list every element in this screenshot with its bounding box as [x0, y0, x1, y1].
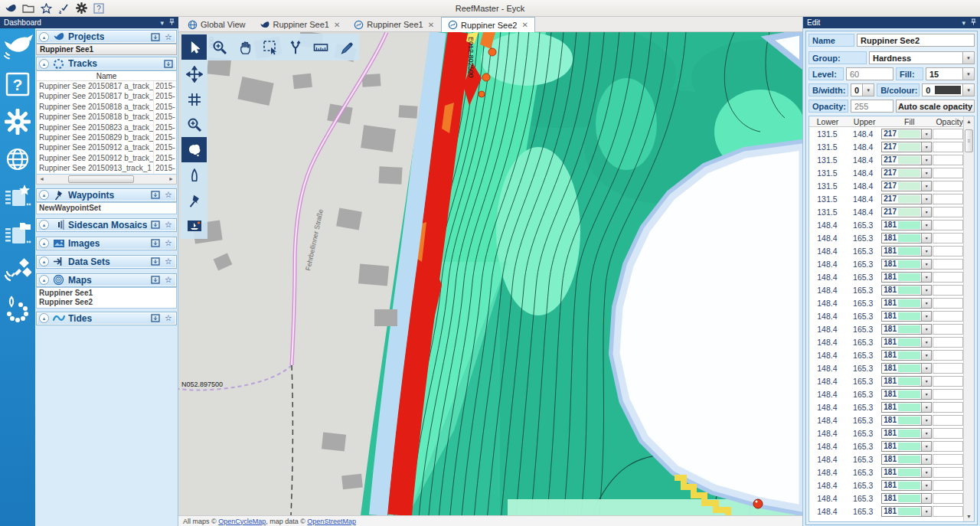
chevron-down-icon[interactable]: ▼ [921, 325, 931, 334]
chevron-down-icon[interactable]: ▼ [921, 207, 931, 217]
section-tracks[interactable]: ▴ Tracks [36, 57, 177, 70]
fill-colour-select[interactable]: 181▼ [881, 480, 932, 491]
level-field[interactable]: 60 [846, 67, 893, 80]
fill-table-vscrollbar[interactable]: ▲ ≡ ▼ [963, 116, 974, 521]
fill-colour-select[interactable]: 181▼ [881, 350, 932, 361]
tides-add-icon[interactable] [150, 313, 161, 323]
opacity-field[interactable] [933, 493, 963, 504]
dashboard-pin-icon[interactable] [169, 18, 175, 27]
tides-favorite-icon[interactable]: ☆ [163, 313, 174, 323]
waypoint-tool-map[interactable] [181, 188, 207, 213]
track-row[interactable]: Ruppiner See 20150829 b_track_12015- [37, 132, 176, 142]
track-row[interactable]: Ruppiner See 20150817 a_track_12015- [37, 81, 176, 91]
chevron-down-icon[interactable]: ▼ [921, 403, 931, 412]
fill-colour-select[interactable]: 181▼ [881, 285, 932, 296]
scroll-left-icon[interactable]: ◄ [37, 176, 47, 181]
opencyclemap-link[interactable]: OpenCycleMap [218, 518, 266, 525]
opacity-field[interactable] [933, 233, 963, 243]
tracks-name-header[interactable]: Name [37, 71, 176, 81]
chevron-down-icon[interactable]: ▼ [921, 494, 931, 503]
opacity-field[interactable] [933, 454, 963, 465]
fill-colour-select[interactable]: 217▼ [881, 155, 932, 165]
group-select[interactable]: Hardness▼ [869, 51, 975, 64]
collapse-icon[interactable]: ▴ [39, 190, 49, 200]
chevron-down-icon[interactable]: ▼ [921, 168, 931, 178]
open-folder-icon[interactable] [21, 2, 35, 15]
select-tool[interactable] [181, 34, 207, 60]
dashboard-collapse-icon[interactable]: ▾ [160, 19, 164, 27]
opacity-field[interactable] [933, 285, 963, 296]
chevron-down-icon[interactable]: ▼ [921, 468, 931, 477]
sidescan-add-icon[interactable] [150, 220, 161, 230]
collapse-icon[interactable]: ▴ [39, 275, 49, 285]
opacity-field[interactable] [933, 259, 963, 270]
opacity-field[interactable] [933, 337, 963, 348]
fill-colour-select[interactable]: 217▼ [881, 168, 932, 178]
opacity-field[interactable] [933, 350, 963, 361]
projects-add-icon[interactable] [150, 32, 161, 42]
move-tool[interactable] [181, 61, 207, 87]
map-item[interactable]: Ruppiner See1 [39, 289, 174, 298]
chevron-down-icon[interactable]: ▼ [921, 247, 931, 256]
opacity-field[interactable] [933, 480, 963, 491]
fill-colour-select[interactable]: 181▼ [881, 337, 932, 348]
fill-colour-select[interactable]: 181▼ [881, 233, 932, 243]
marquee-select-tool[interactable] [257, 34, 283, 60]
chevron-down-icon[interactable]: ▼ [921, 455, 931, 464]
track-row[interactable]: Ruppiner See 20150912 b_track_12015- [37, 153, 176, 163]
track-row[interactable]: Ruppiner See 20150912 a_track_12015- [37, 142, 176, 152]
section-datasets[interactable]: ▴ Data Sets ☆ [36, 255, 177, 269]
opacity-field[interactable] [933, 402, 963, 413]
chevron-down-icon[interactable]: ▼ [921, 377, 931, 386]
opacity-field[interactable] [933, 389, 963, 400]
fill-colour-select[interactable]: 181▼ [881, 389, 932, 400]
map-extent-tool[interactable] [181, 137, 207, 162]
opacity-field[interactable] [933, 363, 963, 374]
project-item[interactable]: Ruppiner See1 [36, 44, 177, 55]
app-logo-icon[interactable] [4, 2, 18, 15]
opacity-field[interactable] [933, 311, 963, 322]
collapse-icon[interactable]: ▴ [39, 220, 49, 230]
bcolour-select[interactable]: 0 ▼ [922, 83, 975, 96]
chevron-down-icon[interactable]: ▼ [921, 351, 931, 360]
col-opacity[interactable]: Opacity [936, 117, 963, 126]
zoom-window-tool[interactable] [181, 112, 207, 137]
zoom-in-tool[interactable] [207, 34, 232, 60]
scroll-down-icon[interactable]: ▼ [964, 511, 974, 521]
opacity-field[interactable] [933, 129, 963, 139]
measure-tool[interactable] [308, 34, 333, 60]
fill-colour-select[interactable]: 181▼ [881, 467, 932, 478]
map-canvas[interactable]: Fehrbellinner Straße N052.897500 E012.80… [178, 32, 802, 515]
bathymetry-map[interactable]: Fehrbellinner Straße N052.897500 E012.80… [178, 32, 802, 515]
track-tool[interactable] [283, 34, 308, 60]
opacity-field[interactable] [933, 441, 963, 452]
opacity-field[interactable] [933, 181, 963, 191]
chevron-down-icon[interactable]: ▼ [962, 84, 974, 96]
edit-collapse-icon[interactable]: ▾ [962, 19, 965, 27]
collapse-icon[interactable]: ▴ [39, 59, 49, 69]
chevron-down-icon[interactable]: ▼ [921, 155, 931, 165]
opacity-field[interactable]: 255 [851, 100, 893, 113]
col-lower[interactable]: Lower [809, 117, 846, 126]
fill-colour-select[interactable]: 181▼ [881, 220, 932, 230]
tab-ruppiner-see2-map[interactable]: Ruppiner See2 ✕ [441, 17, 535, 32]
bwidth-select[interactable]: 0▼ [851, 83, 874, 96]
opacity-field[interactable] [933, 155, 963, 165]
opacity-field[interactable] [933, 272, 963, 283]
openstreetmap-link[interactable]: OpenStreetMap [307, 518, 356, 525]
col-upper[interactable]: Upper [846, 117, 883, 126]
collapse-icon[interactable]: ▴ [39, 256, 49, 266]
chevron-down-icon[interactable]: ▼ [921, 221, 931, 230]
fill-colour-select[interactable]: 181▼ [881, 493, 932, 504]
track-row[interactable]: Ruppiner See 20150818 b_track_12015- [37, 112, 176, 122]
images-add-icon[interactable] [150, 238, 161, 248]
opacity-field[interactable] [933, 376, 963, 387]
satellite-rail-icon[interactable] [2, 256, 33, 287]
favorites-icon[interactable] [39, 2, 53, 15]
chevron-down-icon[interactable]: ▼ [962, 68, 974, 80]
tab-ruppiner-see1-project[interactable]: Ruppiner See1 ✕ [253, 17, 348, 31]
chevron-down-icon[interactable]: ▼ [921, 442, 931, 451]
datasets-add-icon[interactable] [150, 256, 161, 266]
chevron-down-icon[interactable]: ▼ [921, 481, 931, 490]
waypoints-favorite-icon[interactable]: ☆ [163, 190, 174, 200]
